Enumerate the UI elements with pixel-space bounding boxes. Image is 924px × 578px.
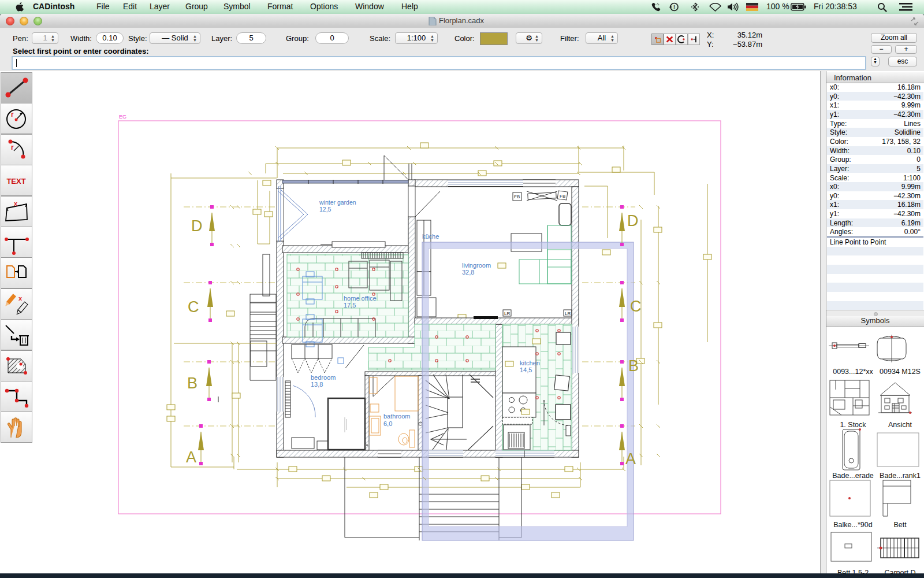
svg-text:D: D — [627, 212, 639, 229]
svg-text:C: C — [630, 298, 642, 315]
svg-text:A: A — [625, 450, 636, 468]
svg-text:B: B — [187, 375, 198, 392]
svg-text:14,5: 14,5 — [520, 366, 532, 373]
svg-text:r: r — [11, 110, 14, 118]
svg-text:bathroom: bathroom — [383, 413, 410, 420]
svg-text:winter garden: winter garden — [319, 199, 356, 206]
svg-text:B: B — [628, 357, 639, 375]
svg-text:x: x — [14, 200, 18, 207]
svg-text:x: x — [18, 295, 23, 302]
svg-text:LR: LR — [565, 311, 571, 316]
svg-text:FB: FB — [560, 194, 565, 199]
svg-text:home office: home office — [344, 295, 377, 302]
svg-text:D: D — [191, 217, 203, 235]
svg-text:6,0: 6,0 — [383, 420, 392, 427]
svg-text:r: r — [11, 143, 14, 151]
svg-text:!: ! — [673, 4, 675, 10]
svg-text:13,8: 13,8 — [311, 381, 323, 388]
svg-text:bedroom: bedroom — [311, 374, 336, 381]
svg-text:17,5: 17,5 — [344, 302, 356, 309]
svg-text:kitchen: kitchen — [520, 360, 540, 366]
svg-text:A: A — [186, 449, 196, 466]
svg-text:LR: LR — [504, 311, 510, 316]
svg-text:C: C — [188, 298, 199, 316]
svg-text:12,5: 12,5 — [319, 206, 331, 213]
svg-text:32,8: 32,8 — [462, 269, 474, 276]
svg-text:küche: küche — [422, 233, 439, 240]
svg-text:EG: EG — [119, 114, 126, 120]
svg-text:TEXT: TEXT — [6, 177, 25, 186]
svg-text:FB: FB — [514, 194, 520, 199]
svg-text:livingroom: livingroom — [462, 262, 491, 269]
